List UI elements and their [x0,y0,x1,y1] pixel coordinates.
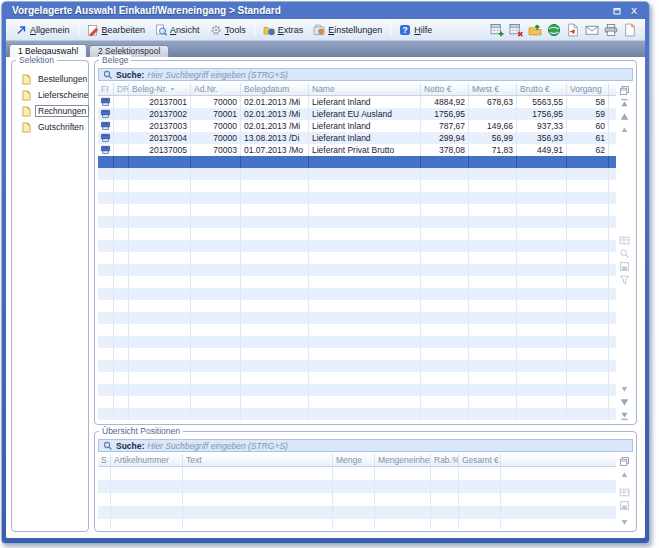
table-row[interactable]: 201370017000002.01.2013 /MiLieferant Inl… [98,96,616,108]
col-header-text[interactable]: Text [183,454,333,466]
belege-side-strip [616,83,633,422]
scroll-down-icon[interactable] [619,517,631,528]
col-header-brutto[interactable]: Brutto € [517,83,567,95]
copy-grid-icon[interactable] [619,85,631,96]
scroll-up-icon[interactable] [619,469,631,480]
view-icon [155,24,167,36]
col-header-mwst[interactable]: Mwst € [469,83,517,95]
menu-item-allgemein[interactable]: Allgemein [10,21,75,39]
empty-row[interactable] [98,336,616,348]
sidebar-item-gutschriften[interactable]: Gutschriften [21,121,86,133]
empty-row[interactable] [98,467,616,480]
toolbar [490,23,641,37]
page-icon [21,106,32,117]
col-header-belegdatum[interactable]: Belegdatum [241,83,309,95]
empty-row[interactable] [98,264,616,276]
menu-item-einstellungen[interactable]: Einstellungen [308,21,387,39]
empty-row[interactable] [98,348,616,360]
empty-row[interactable] [98,288,616,300]
scroll-down-icon[interactable] [619,397,631,408]
scroll-to-top-icon[interactable] [619,98,631,109]
empty-row[interactable] [98,372,616,384]
scroll-down-small-icon[interactable] [619,384,631,395]
col-header-ad-nr[interactable]: Ad.Nr. [191,83,241,95]
empty-row[interactable] [98,228,616,240]
print-icon[interactable] [604,23,618,37]
col-header-vorgang[interactable]: Vorgang [567,83,609,95]
magnifier-icon[interactable] [619,248,631,259]
grid-view-icon[interactable] [619,487,631,498]
col-header-artikelnummer[interactable]: Artikelnummer [111,454,183,466]
document-export-icon[interactable] [566,23,580,37]
col-header-fi[interactable]: FI [98,83,114,95]
empty-row[interactable] [98,204,616,216]
empty-row[interactable] [98,506,616,519]
selektion-group-title: Selektion [16,55,57,65]
filter-icon[interactable] [619,274,631,285]
scroll-to-bottom-icon[interactable] [619,410,631,421]
empty-row[interactable] [98,312,616,324]
empty-row[interactable] [98,519,616,529]
restore-button[interactable] [610,5,624,17]
col-header-mengeneinheit[interactable]: Mengeneinheit [375,454,431,466]
empty-row[interactable] [98,216,616,228]
table-row[interactable]: 201370057000301.07.2013 /MoLieferant Pri… [98,144,616,156]
empty-row[interactable] [98,192,616,204]
belege-search-input[interactable]: Suche: Hier Suchbegriff eingeben (STRG+S… [98,68,633,81]
col-header-netto[interactable]: Netto € [421,83,469,95]
empty-row[interactable] [98,252,616,264]
empty-row[interactable] [98,396,616,408]
col-header-name[interactable]: Name [309,83,421,95]
empty-row[interactable] [98,408,616,420]
empty-row[interactable] [98,180,616,192]
belege-group: Belege Suche: Hier Suchbegriff eingeben … [94,60,637,425]
selected-row[interactable] [98,156,616,168]
col-header-gesamt[interactable]: Gesamt € [459,454,501,466]
empty-row[interactable] [98,384,616,396]
empty-row[interactable] [98,240,616,252]
save-icon[interactable] [619,500,631,511]
table-delete-icon[interactable] [509,23,523,37]
empty-row[interactable] [98,168,616,180]
copy-grid-icon[interactable] [619,456,631,467]
save-icon[interactable] [619,261,631,272]
new-page-icon[interactable] [623,23,637,37]
menu-item-bearbeiten[interactable]: Bearbeiten [82,21,151,39]
close-button[interactable]: X [627,5,641,17]
empty-row[interactable] [98,493,616,506]
globe-icon[interactable] [547,23,561,37]
grid-view-icon[interactable] [619,235,631,246]
sidebar-item-label: Rechnungen [35,105,89,117]
sidebar-item-lieferscheine[interactable]: Lieferscheine [21,89,86,101]
scroll-up-small-icon[interactable] [619,124,631,135]
belege-table-header: FIDRBeleg-Nr.Ad.Nr.BelegdatumNameNetto €… [98,83,616,96]
empty-row[interactable] [98,276,616,288]
empty-row[interactable] [98,360,616,372]
empty-row[interactable] [98,324,616,336]
table-row[interactable]: 201370027000102.01.2013 /MiLieferant EU … [98,108,616,120]
menu-item-tools[interactable]: Tools [205,21,251,39]
positionen-search-input[interactable]: Suche: Hier Suchbegriff eingeben (STRG+S… [98,439,633,452]
sidebar-item-bestellungen[interactable]: Bestellungen [21,73,86,85]
col-header-rab[interactable]: Rab.% [431,454,459,466]
col-header-beleg-nr[interactable]: Beleg-Nr. [129,83,191,95]
col-header-s[interactable]: S [98,454,111,466]
sidebar-item-rechnungen[interactable]: Rechnungen [21,105,86,117]
empty-row[interactable] [98,300,616,312]
app-window: Vorgelagerte Auswahl Einkauf/Wareneingan… [1,1,650,544]
menu-item-extras[interactable]: Extras [258,21,309,39]
col-header-menge[interactable]: Menge [333,454,375,466]
table-add-icon[interactable] [490,23,504,37]
search-icon [103,70,113,80]
title-bar: Vorgelagerte Auswahl Einkauf/Wareneingan… [6,2,645,19]
menu-item-hilfe[interactable]: ?Hilfe [394,21,437,39]
empty-row[interactable] [98,480,616,493]
col-header-dr[interactable]: DR [114,83,129,95]
menu-item-ansicht[interactable]: Ansicht [150,21,205,39]
scroll-up-icon[interactable] [619,111,631,122]
positionen-group-title: Übersicht Positionen [99,426,183,436]
folder-export-icon[interactable] [528,23,542,37]
table-row[interactable]: 201370047000013.08.2013 /DiLieferant Inl… [98,132,616,144]
email-icon[interactable] [585,23,599,37]
table-row[interactable]: 201370037000002.01.2013 /MiLieferant Inl… [98,120,616,132]
